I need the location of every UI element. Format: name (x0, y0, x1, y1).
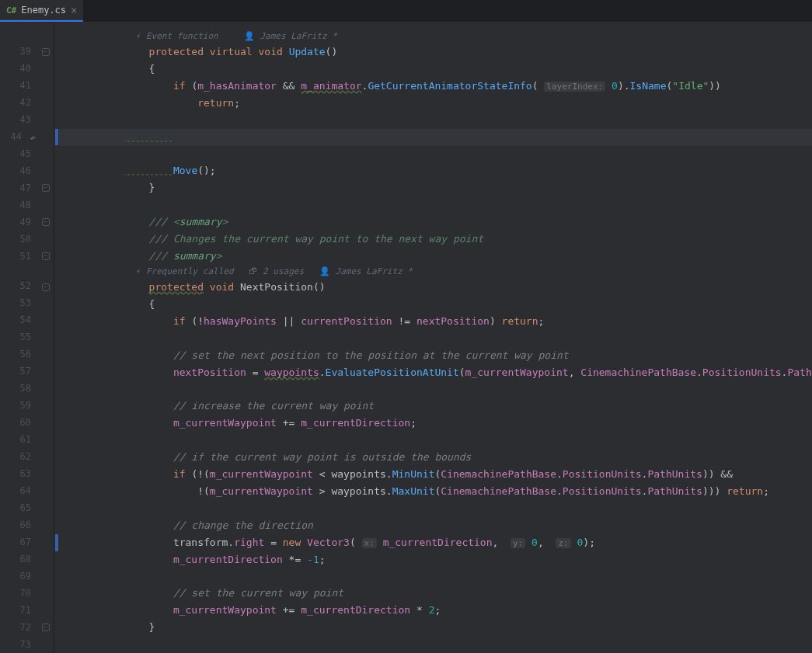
tab-enemy-cs[interactable]: C# Enemy.cs × (0, 0, 83, 22)
fold-cell (37, 483, 54, 500)
code-annotation: ⚡ Event function 👤 James LaFritz * (59, 30, 812, 43)
line-number: 49 (0, 214, 37, 231)
fold-cell (37, 517, 54, 534)
line-number: 58 (0, 380, 37, 397)
line-number: 73 (0, 636, 37, 653)
line-number: 71 (0, 602, 37, 619)
line-number-gutter: 394041424344↶454647484950515253545556575… (0, 22, 37, 653)
fold-cell (37, 330, 54, 347)
code-annotation: ⚡ Frequently called 🗗 2 usages 👤 James L… (59, 265, 812, 279)
code-line[interactable]: /// <summary> (59, 214, 812, 231)
fold-cell (37, 162, 54, 179)
fold-toggle-icon[interactable]: − (42, 218, 50, 226)
code-line[interactable] (59, 568, 812, 585)
fold-toggle-icon[interactable]: − (42, 184, 50, 192)
code-line[interactable] (59, 636, 812, 653)
fold-cell (37, 30, 54, 43)
line-number (0, 30, 37, 43)
vcs-change-marker[interactable] (55, 129, 58, 146)
code-line[interactable]: // set the current way point (59, 585, 812, 602)
code-line[interactable]: if (!hasWayPoints || currentPosition != … (59, 313, 812, 330)
fold-cell (37, 585, 54, 602)
code-line[interactable]: // if the current way point is outside t… (59, 449, 812, 466)
fold-cell (37, 449, 54, 466)
code-line[interactable] (59, 112, 812, 129)
code-line[interactable] (59, 381, 812, 398)
line-number: 43 (0, 111, 37, 128)
line-number: 61 (0, 431, 37, 448)
code-line[interactable]: // increase the current way point (59, 398, 812, 415)
line-number: 52 (0, 277, 37, 294)
line-number: 62 (0, 448, 37, 465)
line-number: 66 (0, 516, 37, 533)
code-line[interactable] (59, 129, 812, 146)
code-line[interactable]: } (59, 619, 812, 636)
fold-cell (37, 129, 54, 146)
code-line[interactable]: if (!(m_currentWaypoint < waypoints.MinU… (59, 466, 812, 483)
code-line[interactable]: protected virtual void Update() (59, 43, 812, 61)
line-number: 40 (0, 60, 37, 77)
editor-area: 394041424344↶454647484950515253545556575… (0, 22, 812, 653)
fold-cell (37, 95, 54, 112)
fold-toggle-icon[interactable]: − (42, 283, 50, 291)
fold-cell (37, 363, 54, 380)
fold-toggle-icon[interactable]: − (42, 623, 50, 631)
code-line[interactable]: m_currentWaypoint += m_currentDirection … (59, 602, 812, 619)
vcs-change-marker[interactable] (55, 534, 58, 551)
code-line[interactable]: { (59, 61, 812, 78)
code-line[interactable]: !(m_currentWaypoint > waypoints.MaxUnit(… (59, 483, 812, 500)
line-number: 42 (0, 94, 37, 111)
code-line[interactable]: /// summary> (59, 248, 812, 265)
line-number: 46 (0, 162, 37, 179)
fold-cell (37, 61, 54, 78)
code-line[interactable]: // change the direction (59, 517, 812, 534)
line-number: 64 (0, 482, 37, 499)
fold-cell (37, 534, 54, 551)
fold-cell (37, 196, 54, 214)
code-line[interactable]: m_currentDirection *= -1; (59, 551, 812, 568)
line-number: 65 (0, 499, 37, 516)
fold-cell (37, 568, 54, 585)
line-number: 63 (0, 465, 37, 482)
code-line[interactable]: return; (59, 95, 812, 112)
code-line[interactable]: { (59, 296, 812, 313)
line-number: 45 (0, 145, 37, 162)
fold-cell: − (37, 248, 54, 265)
fold-cell (37, 265, 54, 279)
close-icon[interactable]: × (71, 4, 77, 16)
code-line[interactable] (59, 330, 812, 347)
line-number: 48 (0, 196, 37, 214)
fold-cell (37, 313, 54, 330)
code-line[interactable]: if (m_hasAnimator && m_animator.GetCurre… (59, 78, 812, 95)
code-line[interactable]: transform.right = new Vector3( x: m_curr… (59, 534, 812, 551)
code-line[interactable] (59, 432, 812, 449)
fold-cell (37, 231, 54, 248)
line-number: 50 (0, 231, 37, 248)
code-line[interactable]: nextPosition = waypoints.EvaluatePositio… (59, 364, 812, 381)
fold-cell (37, 296, 54, 313)
line-number: 72 (0, 619, 37, 636)
tab-filename: Enemy.cs (21, 5, 66, 16)
code-line[interactable]: /// Changes the current way point to the… (59, 231, 812, 248)
code-line[interactable]: Move(); (59, 162, 812, 179)
undo-icon[interactable]: ↶ (30, 130, 36, 147)
fold-cell (37, 347, 54, 364)
line-number: 54 (0, 311, 37, 328)
fold-toggle-icon[interactable]: − (42, 48, 50, 56)
code-line[interactable]: m_currentWaypoint += m_currentDirection; (59, 415, 812, 432)
line-number: 68 (0, 551, 37, 568)
code-line[interactable]: protected void NextPosition() (59, 279, 812, 296)
csharp-file-icon: C# (6, 5, 16, 16)
code-line[interactable]: // set the next position to the position… (59, 347, 812, 364)
code-area[interactable]: ⚡ Event function 👤 James LaFritz * prote… (59, 22, 812, 653)
line-number (0, 265, 37, 278)
code-line[interactable]: } (59, 179, 812, 196)
code-line[interactable] (59, 196, 812, 214)
line-number: 57 (0, 363, 37, 380)
code-line[interactable] (59, 500, 812, 517)
code-line[interactable] (59, 146, 812, 163)
line-number: 59 (0, 397, 37, 414)
fold-cell (37, 112, 54, 129)
fold-toggle-icon[interactable]: − (42, 252, 50, 260)
line-number: 51 (0, 248, 37, 265)
